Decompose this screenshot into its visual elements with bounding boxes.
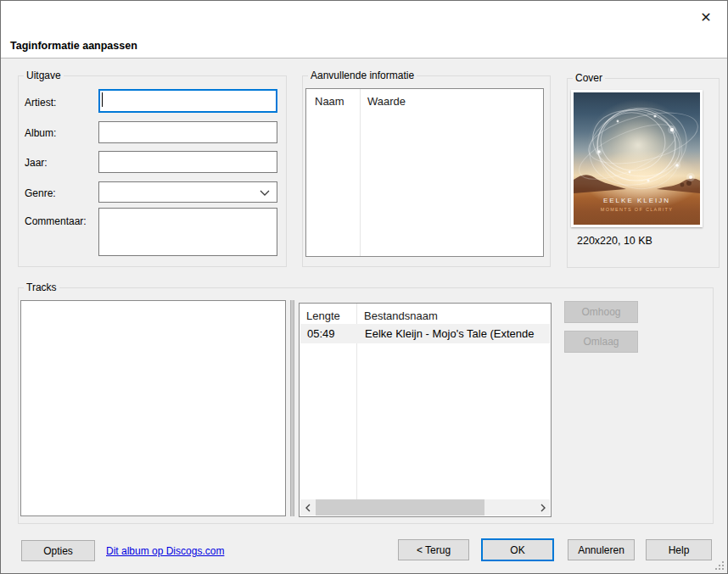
scroll-left-icon xyxy=(305,504,311,512)
ok-button[interactable]: OK xyxy=(481,538,554,561)
group-tracks: Tracks Lengte Bestandsnaam 05:49 Eelke K… xyxy=(18,287,714,524)
track-length: 05:49 xyxy=(307,327,335,340)
opties-button[interactable]: Opties xyxy=(21,540,95,561)
column-divider xyxy=(360,89,361,256)
jaar-input[interactable] xyxy=(98,151,277,173)
group-tracks-label: Tracks xyxy=(24,281,59,293)
column-header-lengte[interactable]: Lengte xyxy=(306,309,340,322)
tracks-listbox[interactable] xyxy=(20,300,286,516)
group-cover-label: Cover xyxy=(573,72,605,84)
commentaar-label: Commentaar: xyxy=(25,215,87,227)
album-label: Album: xyxy=(25,127,56,139)
cover-album-text: MOMENTS OF CLARITY xyxy=(574,207,700,212)
genre-select[interactable] xyxy=(98,181,277,203)
dialog-header: Taginformatie aanpassen ✕ xyxy=(1,1,727,59)
column-header-bestandsnaam[interactable]: Bestandsnaam xyxy=(364,309,438,322)
album-cover-image: EELKE KLEIJN MOMENTS OF CLARITY xyxy=(571,90,703,227)
commentaar-textarea[interactable] xyxy=(98,208,277,256)
column-header-naam[interactable]: Naam xyxy=(315,95,344,108)
genre-label: Genre: xyxy=(25,187,56,199)
horizontal-scrollbar[interactable] xyxy=(300,499,550,515)
scroll-right-icon xyxy=(540,504,546,512)
cover-artwork-graphic xyxy=(574,92,700,225)
column-header-waarde[interactable]: Waarde xyxy=(367,95,406,108)
terug-button[interactable]: < Terug xyxy=(398,539,469,560)
track-row[interactable]: 05:49 Eelke Kleijn - Mojo's Tale (Extend… xyxy=(300,324,550,343)
group-uitgave-label: Uitgave xyxy=(24,70,64,81)
tag-edit-dialog: Taginformatie aanpassen ✕ Uitgave Arties… xyxy=(0,0,728,574)
artiest-label: Artiest: xyxy=(25,97,56,109)
text-cursor xyxy=(102,92,103,107)
artiest-input[interactable] xyxy=(98,89,277,113)
track-filename: Eelke Kleijn - Mojo's Tale (Extende xyxy=(365,327,550,340)
omlaag-button[interactable]: Omlaag xyxy=(564,331,638,353)
group-aanvullende-informatie: Aanvullende informatie Naam Waarde xyxy=(302,75,551,267)
scroll-right-button[interactable] xyxy=(535,499,550,515)
omhoog-button[interactable]: Omhoog xyxy=(564,301,638,323)
group-uitgave: Uitgave Artiest: Album: Jaar: Genre: Com… xyxy=(18,75,287,267)
dialog-title: Taginformatie aanpassen xyxy=(10,40,137,52)
scrollbar-thumb[interactable] xyxy=(316,499,484,515)
splitter-handle[interactable] xyxy=(290,300,294,516)
cover-artist-text: EELKE KLEIJN xyxy=(574,197,700,204)
album-cover-art: EELKE KLEIJN MOMENTS OF CLARITY xyxy=(574,92,700,225)
cover-size-info: 220x220, 10 KB xyxy=(577,235,652,247)
tracks-table[interactable]: Lengte Bestandsnaam 05:49 Eelke Kleijn -… xyxy=(299,303,552,517)
extra-info-listview[interactable]: Naam Waarde xyxy=(305,88,544,257)
discogs-link[interactable]: Dit album op Discogs.com xyxy=(106,545,224,557)
group-cover: Cover xyxy=(567,78,720,268)
close-icon[interactable]: ✕ xyxy=(695,8,717,28)
album-input[interactable] xyxy=(98,121,277,143)
scroll-left-button[interactable] xyxy=(300,499,315,515)
annuleren-button[interactable]: Annuleren xyxy=(568,539,635,560)
group-aanvullende-label: Aanvullende informatie xyxy=(308,70,417,81)
resize-grip-icon[interactable] xyxy=(714,560,725,571)
jaar-label: Jaar: xyxy=(25,157,48,169)
chevron-down-icon xyxy=(260,190,270,196)
help-button[interactable]: Help xyxy=(646,539,712,560)
